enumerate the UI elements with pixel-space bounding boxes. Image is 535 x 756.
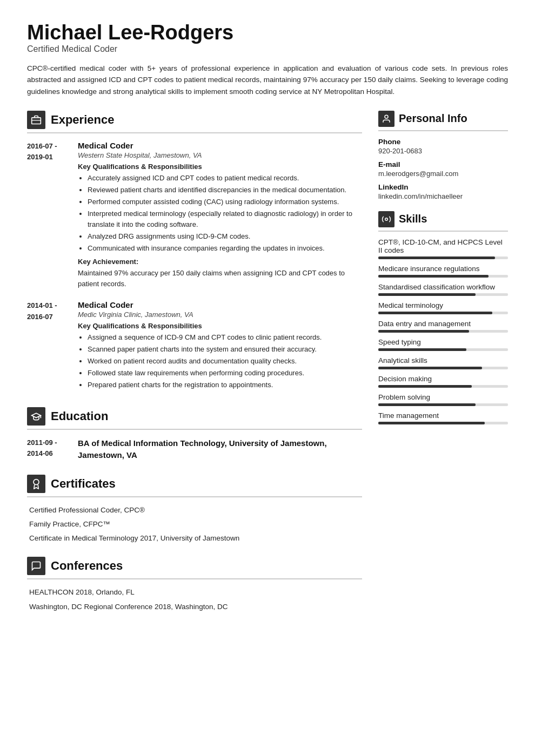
skills-section: Skills CPT®, ICD-10-CM, and HCPCS Level … [378, 211, 508, 424]
main-layout: Experience 2016-07 -2019-01 Medical Code… [27, 111, 508, 625]
job-title: Medical Coder [78, 141, 362, 150]
conferences-header: Conferences [27, 557, 362, 579]
cert-item: Family Practice, CFPC™ [27, 519, 362, 530]
skill-bar-fill [378, 348, 466, 351]
experience-title: Experience [51, 113, 114, 127]
conferences-icon [27, 557, 45, 575]
skill-name: Medicare insurance regulations [378, 265, 508, 273]
skill-bar-fill [378, 275, 489, 278]
skill-item: Standardised classification workflow [378, 283, 508, 296]
list-item: Communicated with insurance companies re… [88, 243, 362, 254]
skill-bar-fill [378, 367, 482, 369]
skill-name: Speed typing [378, 338, 508, 346]
skill-bar-fill [378, 312, 492, 314]
qualif-label: Key Qualifications & Responsibilities [78, 322, 362, 330]
certificates-title: Certificates [51, 477, 116, 491]
email-value: m.leerodgers@gmail.com [378, 170, 508, 178]
skill-bar-bg [378, 348, 508, 351]
skill-name: Time management [378, 411, 508, 420]
conf-item: Washington, DC Regional Conference 2018,… [27, 602, 362, 612]
skills-header: Skills [378, 211, 508, 232]
exp-dates: 2014-01 -2016-07 [27, 300, 70, 394]
job-title: Medical Coder [78, 300, 362, 309]
experience-header: Experience [27, 111, 362, 133]
resume-header: Michael Lee-Rodgers Certified Medical Co… [27, 22, 508, 98]
list-item: Followed state law requirements when per… [88, 368, 362, 379]
skill-bar-bg [378, 367, 508, 369]
skill-item: Speed typing [378, 338, 508, 351]
skill-item: Analytical skills [378, 356, 508, 369]
list-item: Interpreted medical terminology (especia… [88, 208, 362, 230]
conferences-title: Conferences [51, 559, 123, 573]
skill-item: Problem solving [378, 393, 508, 406]
certificates-header: Certificates [27, 475, 362, 497]
skill-name: Problem solving [378, 393, 508, 401]
experience-entries: 2016-07 -2019-01 Medical Coder Western S… [27, 141, 362, 394]
personal-info-section: Personal Info Phone 920-201-0683 E-mail … [378, 111, 508, 200]
achievement-text: Maintained 97% accuracy per 150 daily cl… [78, 268, 362, 289]
list-item: Accurately assigned ICD and CPT codes to… [88, 173, 362, 184]
candidate-name: Michael Lee-Rodgers [27, 22, 508, 44]
education-section: Education 2011-09 -2014-06 BA of Medical… [27, 407, 362, 462]
skill-bar-bg [378, 422, 508, 424]
list-item: Scanned paper patient charts into the sy… [88, 344, 362, 355]
linkedin-label: LinkedIn [378, 183, 508, 191]
skill-item: Medicare insurance regulations [378, 265, 508, 278]
personal-info-title: Personal Info [399, 112, 467, 125]
list-item: Worked on patient record audits and docu… [88, 356, 362, 367]
conf-item: HEALTHCON 2018, Orlando, FL [27, 587, 362, 598]
company: Medic Virginia Clinic, Jamestown, VA [78, 310, 362, 319]
skill-bar-bg [378, 330, 508, 333]
linkedin-value: linkedin.com/in/michaelleer [378, 192, 508, 200]
exp-content: Medical Coder Medic Virginia Clinic, Jam… [78, 300, 362, 394]
phone-label: Phone [378, 138, 508, 146]
skill-item: Medical terminology [378, 301, 508, 314]
skill-name: CPT®, ICD-10-CM, and HCPCS Level II code… [378, 238, 508, 254]
skill-item: Decision making [378, 375, 508, 388]
edu-degree: BA of Medical Information Technology, Un… [78, 437, 362, 462]
candidate-summary: CPC®-certified medical coder with 5+ yea… [27, 63, 508, 98]
skill-name: Standardised classification workflow [378, 283, 508, 291]
education-title: Education [51, 409, 108, 423]
list-item: Assigned a sequence of ICD-9 CM and CPT … [88, 332, 362, 343]
skill-item: CPT®, ICD-10-CM, and HCPCS Level II code… [378, 238, 508, 259]
skill-name: Decision making [378, 375, 508, 383]
education-icon [27, 407, 45, 426]
skill-item: Time management [378, 411, 508, 424]
phone-value: 920-201-0683 [378, 147, 508, 155]
conferences-section: Conferences HEALTHCON 2018, Orlando, FLW… [27, 557, 362, 612]
skill-bar-fill [378, 293, 476, 296]
conf-items: HEALTHCON 2018, Orlando, FLWashington, D… [27, 587, 362, 612]
skill-name: Analytical skills [378, 356, 508, 364]
exp-dates: 2016-07 -2019-01 [27, 141, 70, 289]
skill-name: Medical terminology [378, 301, 508, 309]
list-item: Analyzed DRG assignments using ICD-9-CM … [88, 231, 362, 242]
qualif-label: Key Qualifications & Responsibilities [78, 163, 362, 171]
edu-entry: 2011-09 -2014-06 BA of Medical Informati… [27, 437, 362, 462]
experience-icon [27, 111, 45, 129]
list-item: Reviewed patient charts and identified d… [88, 185, 362, 195]
education-entries: 2011-09 -2014-06 BA of Medical Informati… [27, 437, 362, 462]
skill-name: Data entry and management [378, 320, 508, 328]
certificates-icon [27, 475, 45, 493]
skill-bar-fill [378, 256, 495, 259]
skill-bar-fill [378, 422, 485, 424]
exp-entry: 2014-01 -2016-07 Medical Coder Medic Vir… [27, 300, 362, 394]
skill-bar-fill [378, 403, 476, 406]
skill-bar-bg [378, 275, 508, 278]
skill-bar-fill [378, 385, 472, 388]
education-header: Education [27, 407, 362, 430]
skill-bar-bg [378, 312, 508, 314]
experience-section: Experience 2016-07 -2019-01 Medical Code… [27, 111, 362, 394]
skills-icon [378, 211, 394, 227]
personal-info-icon [378, 111, 394, 127]
cert-item: Certificate in Medical Terminology 2017,… [27, 533, 362, 544]
skills-title: Skills [399, 213, 427, 225]
certificates-section: Certificates Certified Professional Code… [27, 475, 362, 544]
svg-point-5 [385, 218, 388, 220]
list-item: Performed computer assisted coding (CAC)… [88, 197, 362, 207]
exp-entry: 2016-07 -2019-01 Medical Coder Western S… [27, 141, 362, 289]
skill-bar-bg [378, 403, 508, 406]
bullets-list: Accurately assigned ICD and CPT codes to… [78, 173, 362, 254]
achievement-label: Key Achievement: [78, 258, 362, 266]
